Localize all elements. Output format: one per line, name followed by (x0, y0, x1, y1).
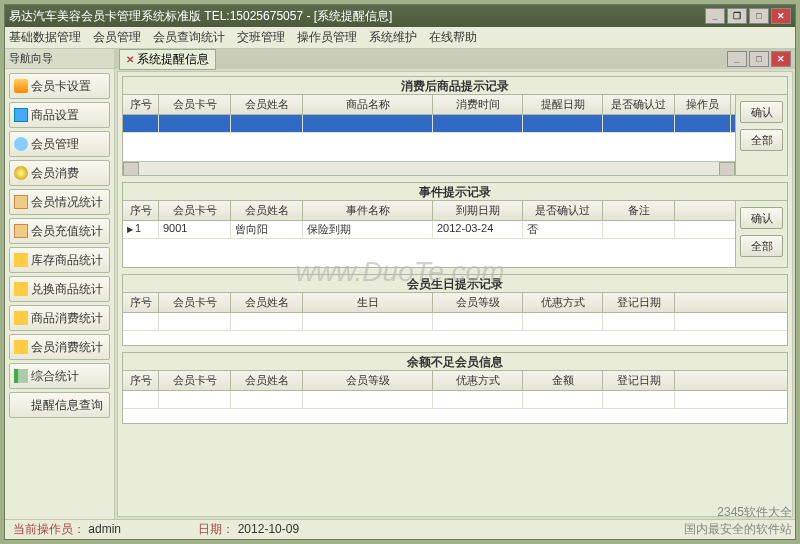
all-button[interactable]: 全部 (740, 129, 783, 151)
status-date: 日期： 2012-10-09 (198, 521, 317, 538)
sidebar-item-5[interactable]: 会员充值统计 (9, 218, 110, 244)
col-header[interactable]: 事件名称 (303, 201, 433, 220)
mdi-maximize-button[interactable]: □ (749, 51, 769, 67)
sidebar-item-7[interactable]: 兑换商品统计 (9, 276, 110, 302)
sidebar-item-4[interactable]: 会员情况统计 (9, 189, 110, 215)
sidebar-item-9[interactable]: 会员消费统计 (9, 334, 110, 360)
window-buttons: _ ❐ □ ✕ (705, 8, 791, 24)
sidebar-body: 会员卡设置商品设置会员管理会员消费会员情况统计会员充值统计库存商品统计兑换商品统… (5, 69, 114, 519)
grid-header: 序号会员卡号会员姓名事件名称到期日期是否确认过备注 (123, 201, 735, 221)
menu-item-2[interactable]: 会员查询统计 (153, 29, 225, 46)
sidebar-item-10[interactable]: 综合统计 (9, 363, 110, 389)
all-button[interactable]: 全部 (740, 235, 783, 257)
sidebar-item-3[interactable]: 会员消费 (9, 160, 110, 186)
col-header[interactable]: 到期日期 (433, 201, 523, 220)
col-header[interactable]: 会员卡号 (159, 95, 231, 114)
restore-button[interactable]: ❐ (727, 8, 747, 24)
close-button[interactable]: ✕ (771, 8, 791, 24)
menu-item-0[interactable]: 基础数据管理 (9, 29, 81, 46)
bolt-icon (14, 311, 28, 325)
confirm-button[interactable]: 确认 (740, 207, 783, 229)
mdi-close-button[interactable]: ✕ (771, 51, 791, 67)
col-header[interactable]: 商品名称 (303, 95, 433, 114)
col-header[interactable]: 会员姓名 (231, 371, 303, 390)
cell: 2012-03-24 (433, 221, 523, 238)
bolt-icon (14, 340, 28, 354)
col-header[interactable]: 会员姓名 (231, 201, 303, 220)
-icon (14, 398, 28, 412)
sidebar-item-11[interactable]: 提醒信息查询 (9, 392, 110, 418)
col-header[interactable]: 会员等级 (433, 293, 523, 312)
data-grid[interactable]: 序号会员卡号会员姓名生日会员等级优惠方式登记日期 (123, 293, 787, 345)
sidebar-item-2[interactable]: 会员管理 (9, 131, 110, 157)
col-header[interactable]: 提醒日期 (523, 95, 603, 114)
col-header[interactable]: 序号 (123, 293, 159, 312)
col-header[interactable]: 优惠方式 (523, 293, 603, 312)
bar-icon (14, 369, 28, 383)
col-header[interactable]: 会员姓名 (231, 293, 303, 312)
col-header[interactable]: 会员姓名 (231, 95, 303, 114)
panel-body: 序号会员卡号会员姓名事件名称到期日期是否确认过备注19001曾向阳保险到期201… (123, 201, 787, 267)
col-header[interactable]: 消费时间 (433, 95, 523, 114)
col-header[interactable]: 是否确认过 (523, 201, 603, 220)
cell: 9001 (159, 221, 231, 238)
panel-body: 序号会员卡号会员姓名生日会员等级优惠方式登记日期 (123, 293, 787, 345)
sidebar-item-label: 会员充值统计 (31, 223, 103, 240)
tab-close-icon[interactable]: ✕ (126, 54, 134, 65)
table-row[interactable] (123, 313, 787, 331)
col-header[interactable]: 操作员 (675, 95, 731, 114)
grid-rows (123, 391, 787, 423)
bolt-icon (14, 253, 28, 267)
sidebar-item-8[interactable]: 商品消费统计 (9, 305, 110, 331)
menu-item-4[interactable]: 操作员管理 (297, 29, 357, 46)
scrollbar[interactable] (123, 161, 735, 175)
col-header[interactable]: 会员等级 (303, 371, 433, 390)
panel-title: 事件提示记录 (123, 183, 787, 201)
menu-item-1[interactable]: 会员管理 (93, 29, 141, 46)
maximize-button[interactable]: □ (749, 8, 769, 24)
col-header[interactable]: 序号 (123, 371, 159, 390)
col-header[interactable]: 是否确认过 (603, 95, 675, 114)
body: 导航向导 会员卡设置商品设置会员管理会员消费会员情况统计会员充值统计库存商品统计… (5, 49, 795, 519)
table-row[interactable]: 19001曾向阳保险到期2012-03-24否 (123, 221, 735, 239)
data-grid[interactable]: 序号会员卡号会员姓名事件名称到期日期是否确认过备注19001曾向阳保险到期201… (123, 201, 735, 267)
sidebar-item-label: 会员情况统计 (31, 194, 103, 211)
col-header[interactable]: 序号 (123, 95, 159, 114)
data-grid[interactable]: 序号会员卡号会员姓名会员等级优惠方式金额登记日期 (123, 371, 787, 423)
col-header[interactable]: 会员卡号 (159, 201, 231, 220)
tab-reminder[interactable]: ✕ 系统提醒信息 (119, 49, 216, 70)
col-header[interactable]: 生日 (303, 293, 433, 312)
sidebar-item-label: 会员消费统计 (31, 339, 103, 356)
grid-header: 序号会员卡号会员姓名商品名称消费时间提醒日期是否确认过操作员 (123, 95, 735, 115)
confirm-button[interactable]: 确认 (740, 101, 783, 123)
mag-icon (14, 195, 28, 209)
mdi-minimize-button[interactable]: _ (727, 51, 747, 67)
table-row[interactable] (123, 115, 735, 133)
minimize-button[interactable]: _ (705, 8, 725, 24)
sidebar-item-0[interactable]: 会员卡设置 (9, 73, 110, 99)
main-window: 易达汽车美容会员卡管理系统标准版 TEL:15025675057 - [系统提醒… (4, 4, 796, 540)
cell (603, 221, 675, 238)
table-row[interactable] (123, 391, 787, 409)
col-header[interactable]: 会员卡号 (159, 293, 231, 312)
panel-2: 会员生日提示记录序号会员卡号会员姓名生日会员等级优惠方式登记日期 (122, 274, 788, 346)
menu-item-5[interactable]: 系统维护 (369, 29, 417, 46)
sidebar-item-1[interactable]: 商品设置 (9, 102, 110, 128)
menu-item-6[interactable]: 在线帮助 (429, 29, 477, 46)
sidebar-item-label: 会员管理 (31, 136, 79, 153)
data-grid[interactable]: 序号会员卡号会员姓名商品名称消费时间提醒日期是否确认过操作员 (123, 95, 735, 175)
sidebar-item-6[interactable]: 库存商品统计 (9, 247, 110, 273)
menu-item-3[interactable]: 交班管理 (237, 29, 285, 46)
col-header[interactable]: 会员卡号 (159, 371, 231, 390)
user-icon (14, 137, 28, 151)
col-header[interactable]: 优惠方式 (433, 371, 523, 390)
cell: 1 (123, 221, 159, 238)
col-header[interactable]: 金额 (523, 371, 603, 390)
bolt-icon (14, 282, 28, 296)
col-header[interactable]: 登记日期 (603, 371, 675, 390)
col-header[interactable]: 备注 (603, 201, 675, 220)
col-header[interactable]: 登记日期 (603, 293, 675, 312)
coin-icon (14, 166, 28, 180)
panel-title: 会员生日提示记录 (123, 275, 787, 293)
col-header[interactable]: 序号 (123, 201, 159, 220)
